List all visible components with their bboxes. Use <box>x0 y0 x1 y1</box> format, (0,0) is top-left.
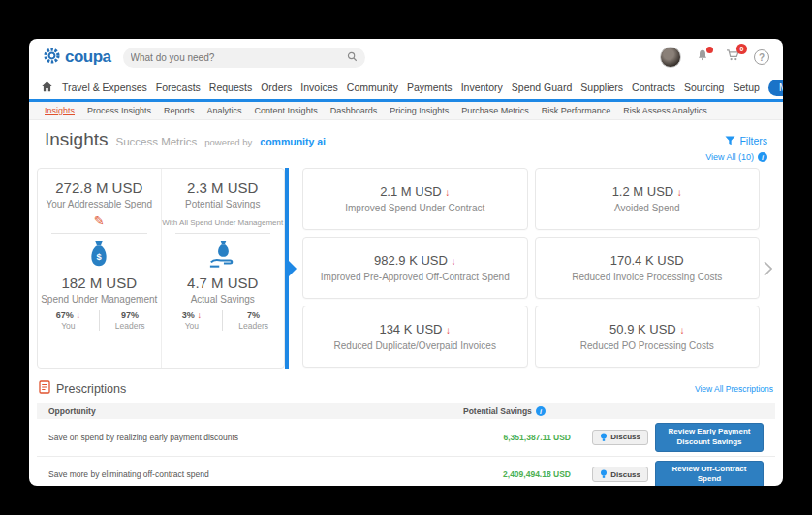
down-arrow-icon: ↓ <box>446 325 451 336</box>
search-input[interactable] <box>131 52 347 63</box>
page-title: Insights <box>45 129 108 150</box>
metric-card-invoice-processing-costs[interactable]: 170.4 K USD Reduced Invoice Processing C… <box>535 237 761 299</box>
subnav-item-purchase-metrics[interactable]: Purchase Metrics <box>461 106 529 115</box>
nav-item-payments[interactable]: Payments <box>407 81 453 93</box>
benchmark-row: 3% ↓ You 7% Leaders <box>162 310 285 331</box>
page-subtitle: Success Metrics <box>115 136 197 147</box>
nav-item-travel-expenses[interactable]: Travel & Expenses <box>62 81 147 93</box>
benchmark-leaders: 7% Leaders <box>223 310 284 331</box>
home-button[interactable] <box>41 80 53 94</box>
potential-savings-value: 2.3 M USD <box>162 179 285 196</box>
community-ai-link[interactable]: community ai <box>260 136 326 147</box>
nav-item-setup[interactable]: Setup <box>733 81 759 93</box>
search-icon[interactable] <box>347 48 358 66</box>
potential-savings-label: Potential Savings <box>162 199 285 209</box>
app-header: coupa <box>29 39 783 76</box>
cart-button[interactable]: 0 <box>724 48 741 66</box>
prescription-icon <box>39 380 50 398</box>
edit-pencil-icon[interactable]: ✎ <box>94 213 105 228</box>
down-arrow-icon: ↓ <box>677 187 682 198</box>
subnav-item-risk-performance[interactable]: Risk Performance <box>542 106 611 115</box>
carousel-arrow-icon <box>289 261 297 276</box>
prescriptions-header: Prescriptions View All Prescriptions <box>39 380 773 398</box>
savings-amount: 2,409,494.18 USD <box>463 469 584 479</box>
metric-card-duplicate-overpaid-invoices[interactable]: 134 K USD ↓ Reduced Duplicate/Overpaid I… <box>302 306 528 368</box>
global-search[interactable] <box>123 48 365 68</box>
powered-by-label: powered by <box>204 137 252 147</box>
subnav-item-content-insights[interactable]: Content Insights <box>255 106 318 115</box>
metric-card-pre-approved-off-contract[interactable]: 982.9 K USD ↓ Improved Pre-Approved Off-… <box>302 237 528 299</box>
app-window: coupa <box>29 39 783 486</box>
nav-item-community[interactable]: Community <box>347 81 398 93</box>
down-arrow-icon: ↓ <box>445 187 450 198</box>
svg-text:$: $ <box>97 252 103 262</box>
cart-badge: 0 <box>736 44 747 54</box>
benchmark-leaders: 97% Leaders <box>100 310 161 331</box>
subnav-item-risk-assess-analytics[interactable]: Risk Assess Analytics <box>623 106 707 115</box>
savings-amount: 6,351,387.11 USD <box>463 433 584 442</box>
metrics-content: 272.8 M USD Your Addressable Spend ✎ $ 1… <box>37 168 775 369</box>
nav-item-suppliers[interactable]: Suppliers <box>580 81 623 93</box>
metric-card-po-processing-costs[interactable]: 50.9 K USD ↓ Reduced PO Processing Costs <box>535 306 761 368</box>
nav-item-requests[interactable]: Requests <box>209 81 252 93</box>
view-all-link[interactable]: View All (10) <box>705 152 754 162</box>
filters-button[interactable]: Filters <box>725 135 767 146</box>
insights-subnav: Insights Process Insights Reports Analyt… <box>29 102 783 120</box>
nav-item-spend-guard[interactable]: Spend Guard <box>512 81 572 93</box>
logo-text: coupa <box>65 48 111 67</box>
actual-savings-label: Actual Savings <box>162 294 285 305</box>
main-nav: Travel & Expenses Forecasts Requests Ord… <box>29 76 783 102</box>
nav-item-forecasts[interactable]: Forecasts <box>156 81 201 93</box>
help-button[interactable]: ? <box>754 49 769 65</box>
prescriptions-table-header: Opportunity Potential Savings i <box>37 403 775 419</box>
subnav-item-analytics[interactable]: Analytics <box>207 106 242 115</box>
spend-under-mgmt-value: 182 M USD <box>38 274 161 291</box>
nav-item-orders[interactable]: Orders <box>261 81 292 93</box>
chevron-right-icon <box>764 261 772 276</box>
actual-savings-value: 4.7 M USD <box>162 274 285 291</box>
nav-more-button[interactable]: More... <box>768 80 783 96</box>
notifications-button[interactable] <box>694 48 711 66</box>
info-icon[interactable]: i <box>758 152 767 162</box>
nav-item-inventory[interactable]: Inventory <box>461 81 503 93</box>
prescriptions-table: Opportunity Potential Savings i Save on … <box>37 403 775 486</box>
subnav-item-reports[interactable]: Reports <box>164 106 195 115</box>
filter-funnel-icon <box>725 136 735 145</box>
review-off-contract-spend-button[interactable]: Review Off-Contract Spend <box>655 461 764 486</box>
page-title-row: Insights Success Metrics powered by comm… <box>29 120 783 150</box>
success-metrics-summary-card: 272.8 M USD Your Addressable Spend ✎ $ 1… <box>37 168 285 369</box>
potential-savings-column-header: Potential Savings i <box>463 406 584 416</box>
metric-card-avoided-spend[interactable]: 1.2 M USD ↓ Avoided Spend <box>535 168 761 230</box>
addressable-spend-value: 272.8 M USD <box>38 179 161 196</box>
money-bag-icon: $ <box>38 234 161 269</box>
user-avatar[interactable] <box>660 47 681 68</box>
info-icon[interactable]: i <box>536 406 546 416</box>
subnav-item-process-insights[interactable]: Process Insights <box>87 106 151 115</box>
carousel-next-button[interactable] <box>760 168 775 369</box>
subnav-item-insights[interactable]: Insights <box>45 106 75 115</box>
review-early-payment-discount-savings-button[interactable]: Review Early Payment Discount Savings <box>655 423 764 452</box>
subnav-item-pricing-insights[interactable]: Pricing Insights <box>390 106 449 115</box>
prescriptions-title: Prescriptions <box>56 382 126 396</box>
metric-card-improved-spend-under-contract[interactable]: 2.1 M USD ↓ Improved Spend Under Contrac… <box>302 168 528 230</box>
nav-item-sourcing[interactable]: Sourcing <box>684 81 724 93</box>
coupa-logo[interactable]: coupa <box>43 47 111 69</box>
down-arrow-icon: ↓ <box>76 310 80 320</box>
addressable-spend-label: Your Addressable Spend <box>38 199 161 209</box>
savings-hand-icon <box>162 234 285 269</box>
discuss-button[interactable]: Discuss <box>592 467 648 482</box>
nav-item-contracts[interactable]: Contracts <box>632 81 675 93</box>
nav-item-invoices[interactable]: Invoices <box>300 81 338 93</box>
view-all-row: View All (10) i <box>29 150 783 162</box>
benchmark-you: 3% ↓ You <box>162 310 224 331</box>
subnav-item-dashboards[interactable]: Dashboards <box>330 106 378 115</box>
table-row: Save on spend by realizing early payment… <box>37 419 775 457</box>
benchmark-row: 67% ↓ You 97% Leaders <box>38 310 161 331</box>
carousel-divider <box>285 168 289 369</box>
header-actions: 0 ? <box>660 47 769 68</box>
view-all-prescriptions-link[interactable]: View All Prescriptions <box>695 384 773 394</box>
coupa-gear-icon <box>43 47 61 69</box>
down-arrow-icon: ↓ <box>197 310 202 320</box>
discuss-button[interactable]: Discuss <box>592 430 648 445</box>
benchmark-you: 67% ↓ You <box>38 310 100 331</box>
